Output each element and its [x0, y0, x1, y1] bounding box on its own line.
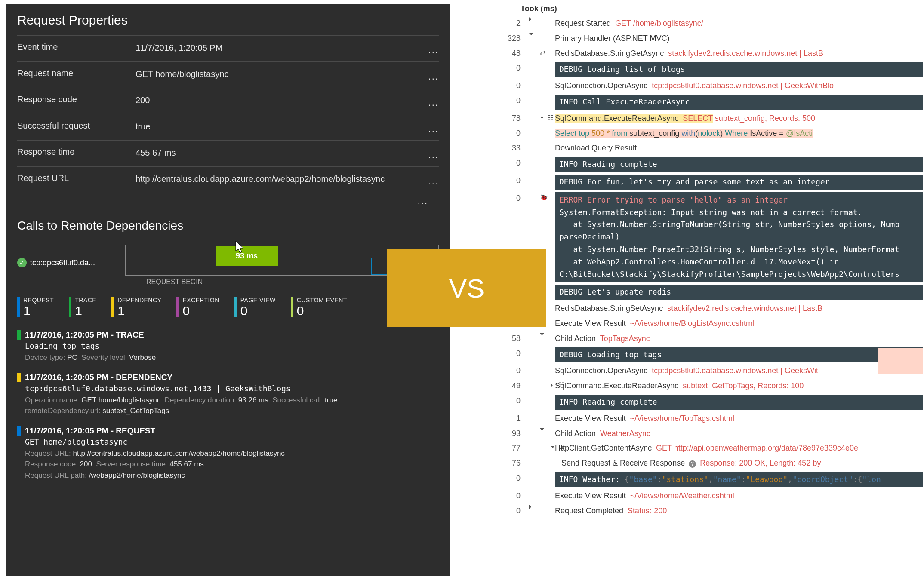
- vs-badge: VS: [387, 249, 546, 327]
- trace-ms: 49: [480, 380, 529, 392]
- caret-right-icon[interactable]: [529, 505, 533, 509]
- log-color-bar: [17, 426, 21, 436]
- trace-text: Select top 500 * from subtext_config wit…: [555, 129, 813, 138]
- more-icon[interactable]: ...: [428, 98, 439, 107]
- trace-ms: 0: [480, 80, 529, 92]
- trace-row[interactable]: 0 INFO Reading complete: [480, 156, 923, 173]
- trace-ms: 0: [480, 347, 529, 360]
- log-item[interactable]: 11/7/2016, 1:20:05 PM - DEPENDENCY tcp:d…: [17, 368, 439, 421]
- more-icon[interactable]: ...: [428, 46, 439, 55]
- success-icon: ✓: [17, 258, 27, 267]
- caret-down-icon[interactable]: [540, 333, 544, 338]
- trace-ms: 0: [480, 472, 529, 485]
- trace-body: Child Action WeatherAsync: [555, 427, 923, 440]
- more-icon[interactable]: ...: [17, 193, 439, 209]
- log-item[interactable]: 11/7/2016, 1:20:05 PM - TRACE Loading to…: [17, 325, 439, 368]
- trace-row[interactable]: 93 Child Action WeatherAsync: [480, 426, 923, 441]
- more-icon[interactable]: ...: [428, 177, 439, 186]
- stat-bar: [176, 297, 179, 317]
- trace-row[interactable]: 33 Download Query Result: [480, 141, 923, 156]
- trace-row[interactable]: 0 Execute View Result ~/Views/home/Weath…: [480, 488, 923, 503]
- stat-value: 0: [240, 304, 276, 317]
- trace-icons: [529, 442, 555, 452]
- trace-row[interactable]: 0 DEBUG Loading top tags: [480, 346, 923, 364]
- trace-text: RedisDatabase.StringSetAsync stackifydev…: [555, 304, 822, 313]
- caret-down-icon[interactable]: [540, 428, 544, 433]
- caret-right-icon[interactable]: [529, 17, 533, 21]
- dependency-name: tcp:dpcs6tluf0.da...: [30, 258, 95, 267]
- trace-row[interactable]: 0 SqlConnection.OpenAsync tcp:dpcs6tluf0…: [480, 363, 923, 378]
- stat-value: 1: [23, 304, 54, 317]
- trace-row[interactable]: 0 DEBUG For fun, let's try and parse som…: [480, 173, 923, 191]
- trace-row[interactable]: 78 SqlCommand.ExecuteReaderAsync SELECT …: [480, 111, 923, 126]
- trace-body: INFO Weather: {"base":"stations","name":…: [555, 472, 923, 487]
- trace-row[interactable]: 328 Primary Handler (ASP.NET MVC): [480, 31, 923, 46]
- trace-row[interactable]: 76 Send Request & Receive Response ? Res…: [480, 456, 923, 471]
- caret-down-icon[interactable]: [551, 446, 555, 450]
- trace-row[interactable]: 0 Select top 500 * from subtext_config w…: [480, 126, 923, 141]
- trace-row[interactable]: 77 HttpClient.GetContentAsync GET http:/…: [480, 441, 923, 456]
- trace-row[interactable]: 0 SqlConnection.OpenAsync tcp:dpcs6tluf0…: [480, 78, 923, 93]
- log-item[interactable]: 11/7/2016, 1:20:05 PM - REQUEST GET home…: [17, 421, 439, 485]
- trace-ms: 0: [480, 395, 529, 407]
- trace-text: Execute View Result ~/Views/home/TopTags…: [555, 414, 734, 423]
- property-row: Successful request true ...: [17, 114, 439, 140]
- trace-row[interactable]: 2 Request Started GET /home/bloglistasyn…: [480, 16, 923, 31]
- trace-icons: [529, 17, 555, 21]
- caret-down-icon[interactable]: [540, 117, 544, 121]
- trace-row[interactable]: 49 SqlCommand.ExecuteReaderAsync subtext…: [480, 378, 923, 393]
- trace-ms: 78: [480, 112, 529, 125]
- trace-row[interactable]: 0 Request Completed Status: 200: [480, 503, 923, 519]
- stat-label: DEPENDENCY: [117, 297, 161, 304]
- stat-page-view[interactable]: PAGE VIEW 0: [234, 297, 276, 317]
- stat-dependency[interactable]: DEPENDENCY 1: [111, 297, 161, 317]
- trace-ms: 0: [480, 505, 529, 517]
- trace-body: Execute View Result ~/Views/home/Weather…: [555, 490, 923, 502]
- property-value: GET home/bloglistasync: [136, 68, 428, 80]
- trace-body: SqlConnection.OpenAsync tcp:dpcs6tluf0.d…: [555, 80, 923, 92]
- trace-row[interactable]: 0 INFO Call ExecuteReaderAsync: [480, 93, 923, 111]
- trace-row[interactable]: 58 Child Action TopTagsAsync: [480, 331, 923, 346]
- stat-custom-event[interactable]: CUSTOM EVENT 0: [291, 297, 347, 317]
- database-icon: [548, 112, 554, 123]
- trace-text: Send Request & Receive Response ? Respon…: [561, 459, 821, 467]
- trace-ms: 0: [480, 192, 529, 205]
- trace-text: RedisDatabase.StringGetAsync stackifydev…: [555, 49, 823, 58]
- trace-row[interactable]: 48 RedisDatabase.StringGetAsync stackify…: [480, 46, 923, 61]
- log-label: INFO Weather: {"base":"stations","name":…: [555, 472, 923, 487]
- stat-request[interactable]: REQUEST 1: [17, 297, 54, 317]
- trace-body: SqlCommand.ExecuteReaderAsync subtext_Ge…: [555, 380, 923, 392]
- trace-ms: 33: [480, 142, 529, 154]
- highlight-block: [878, 348, 923, 374]
- property-key: Request URL: [17, 173, 136, 183]
- trace-text: Primary Handler (ASP.NET MVC): [555, 34, 669, 43]
- trace-body: HttpClient.GetContentAsync GET http://ap…: [555, 442, 923, 454]
- more-icon[interactable]: ...: [428, 72, 439, 81]
- more-icon[interactable]: ...: [428, 124, 439, 134]
- trace-body: Request Completed Status: 200: [555, 505, 923, 517]
- caret-right-icon[interactable]: [551, 383, 555, 387]
- trace-body: ERROR Error trying to parse "hello" as a…: [555, 192, 923, 282]
- stat-trace[interactable]: TRACE 1: [69, 297, 96, 317]
- trace-ms: 77: [480, 442, 529, 454]
- error-block: ERROR Error trying to parse "hello" as a…: [555, 192, 923, 282]
- trace-row[interactable]: 1 Execute View Result ~/Views/home/TopTa…: [480, 411, 923, 426]
- stat-exception[interactable]: EXCEPTION 0: [176, 297, 219, 317]
- trace-row[interactable]: 0 INFO Reading complete: [480, 393, 923, 411]
- log-meta: Device type: PC Severity level: Verbose: [17, 352, 439, 363]
- log-label: DEBUG Let's update redis: [555, 285, 923, 300]
- trace-ms: 76: [480, 457, 529, 470]
- stat-bar: [17, 297, 20, 317]
- trace-body: Primary Handler (ASP.NET MVC): [555, 32, 923, 45]
- trace-row[interactable]: 0 INFO Weather: {"base":"stations","name…: [480, 471, 923, 488]
- log-heading: 11/7/2016, 1:20:05 PM - TRACE: [25, 330, 144, 340]
- caret-down-icon[interactable]: [529, 33, 533, 37]
- more-icon[interactable]: ...: [428, 150, 439, 160]
- trace-row[interactable]: 0 DEBUG Loading list of blogs: [480, 61, 923, 78]
- trace-header: Took (ms): [480, 0, 923, 16]
- trace-body: Send Request & Receive Response ? Respon…: [561, 457, 923, 470]
- trace-ms: 0: [480, 62, 529, 74]
- property-value: 200: [136, 95, 428, 106]
- trace-ms: 0: [480, 157, 529, 169]
- log-label: DEBUG For fun, let's try and parse some …: [555, 175, 923, 190]
